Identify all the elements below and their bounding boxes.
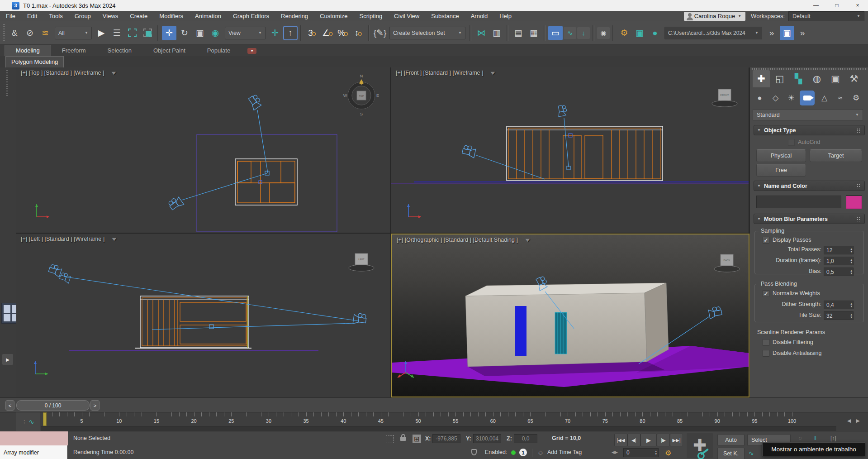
macro-recorder-field[interactable] xyxy=(0,431,68,445)
current-frame-field[interactable]: 0 ▴▾ xyxy=(623,448,659,457)
rectangular-selection-icon[interactable] xyxy=(125,26,139,40)
cameras-category[interactable] xyxy=(800,91,815,105)
named-selection-dropdown[interactable]: Create Selection Set▼ xyxy=(389,27,465,39)
tile-size-field[interactable]: 32 ▴▾ xyxy=(824,311,854,320)
viewport-front-label[interactable]: [+] [Front ] [Standard ] [Wireframe ] ▼ xyxy=(396,70,495,76)
camera-object[interactable] xyxy=(462,105,570,179)
minimize-button[interactable]: — xyxy=(806,0,826,11)
normalize-weights-checkbox[interactable]: ✓ xyxy=(763,290,769,297)
object-type-rollout[interactable]: ▼Object Type xyxy=(754,125,865,135)
select-object-icon[interactable]: ▶ xyxy=(94,26,109,40)
menu-item-tools[interactable]: Tools xyxy=(43,11,68,21)
menu-item-animation[interactable]: Animation xyxy=(189,11,227,21)
object-color-swatch[interactable] xyxy=(846,196,862,209)
camera-object[interactable] xyxy=(167,94,269,212)
next-frame-button[interactable]: |▶ xyxy=(657,434,670,446)
disable-antialiasing-checkbox[interactable] xyxy=(763,350,769,357)
auto-key-button[interactable]: Auto xyxy=(717,434,745,446)
panel-drag-handle[interactable] xyxy=(752,68,866,70)
layer-explorer-icon[interactable]: ▦ xyxy=(526,26,541,40)
modify-tab[interactable]: ◱ xyxy=(771,70,788,87)
helpers-category[interactable]: △ xyxy=(817,91,832,105)
funnel-icon[interactable]: ▼ xyxy=(524,237,531,243)
prev-frame-button[interactable]: < xyxy=(5,400,14,411)
selection-lock-icon[interactable] xyxy=(400,437,406,441)
toolbar-drag-handle[interactable] xyxy=(3,24,5,42)
percent-snap-icon[interactable]: %Ω xyxy=(336,26,350,40)
window-crossing-icon[interactable] xyxy=(140,26,155,40)
next-frame-button[interactable]: > xyxy=(90,400,100,411)
blue-door[interactable] xyxy=(515,306,526,356)
ribbon-toggle-icon[interactable]: ▭ xyxy=(548,26,563,40)
selection-region-icon[interactable] xyxy=(386,435,394,443)
menu-item-group[interactable]: Group xyxy=(69,11,97,21)
viewport-top[interactable]: [+] [Top ] [Standard ] [Wireframe ] ▼ xyxy=(16,67,391,234)
target-camera-button[interactable]: Target xyxy=(810,149,862,162)
go-to-start-button[interactable]: |◀◀ xyxy=(614,434,627,446)
create-tab[interactable]: ✚ xyxy=(753,70,770,87)
menu-item-scripting[interactable]: Scripting xyxy=(354,11,389,21)
display-tab[interactable]: ▣ xyxy=(827,70,844,87)
geometry-category[interactable]: ● xyxy=(752,91,767,105)
previous-frame-button[interactable]: ◀| xyxy=(627,434,640,446)
total-passes-field[interactable]: 12 ▴▾ xyxy=(824,246,854,254)
ribbon-tab-modeling[interactable]: Modeling xyxy=(5,45,51,56)
menu-item-edit[interactable]: Edit xyxy=(21,11,43,21)
menu-item-create[interactable]: Create xyxy=(124,11,153,21)
security-shield-icon[interactable] xyxy=(471,449,477,455)
unlink-selection-icon[interactable]: ⊘ xyxy=(23,26,37,40)
z-coordinate-field[interactable]: 0,0 xyxy=(514,434,537,443)
maxscript-mini-listener[interactable]: Array modifier xyxy=(0,445,68,459)
ribbon-tab-populate[interactable]: Populate xyxy=(196,45,241,56)
bias-field[interactable]: 0,5 ▴▾ xyxy=(824,268,854,276)
viewport-orthographic[interactable]: [+] [Orthographic ] [Standard ] [Default… xyxy=(391,234,749,397)
workspace-dropdown[interactable]: Default ▼ xyxy=(788,11,864,21)
rendered-frame-icon[interactable]: ▣ xyxy=(632,26,647,40)
ruler-pan-arrows[interactable]: ◀ ▶ xyxy=(847,418,862,424)
menu-item-rendering[interactable]: Rendering xyxy=(275,11,314,21)
close-button[interactable]: × xyxy=(847,0,868,11)
polygon-modeling-panel[interactable]: Polygon Modeling xyxy=(5,56,64,67)
viewcube[interactable]: FRONT xyxy=(712,89,737,107)
x-coordinate-field[interactable]: -976,885 xyxy=(432,434,460,443)
house-side-object[interactable] xyxy=(140,296,249,348)
playhead[interactable] xyxy=(43,412,47,426)
bind-to-space-warp-icon[interactable]: ≋ xyxy=(38,26,52,40)
viewport-top-label[interactable]: [+] [Top ] [Standard ] [Wireframe ] ▼ xyxy=(21,70,116,76)
go-to-end-button[interactable]: ▶▶| xyxy=(670,434,683,446)
mirror-icon[interactable]: ⋈ xyxy=(474,26,489,40)
free-camera-button[interactable]: Free xyxy=(756,164,806,177)
notification-badge[interactable]: 1 xyxy=(519,449,527,456)
camera-object[interactable] xyxy=(48,263,367,330)
viewport-front[interactable]: [+] [Front ] [Standard ] [Wireframe ] ▼ … xyxy=(391,67,749,234)
house-plan-object[interactable] xyxy=(235,159,297,205)
use-center-icon[interactable]: ✛ xyxy=(268,26,282,40)
dither-strength-field[interactable]: 0,4 ▴▾ xyxy=(824,301,854,309)
curve-editor-icon[interactable]: ∿ xyxy=(564,27,576,39)
glass-door[interactable] xyxy=(555,312,567,354)
play-button[interactable]: ▶ xyxy=(640,434,657,446)
autogrid-checkbox[interactable] xyxy=(788,139,795,146)
y-coordinate-field[interactable]: 3100,004 xyxy=(473,434,501,443)
menu-item-graph-editors[interactable]: Graph Editors xyxy=(227,11,275,21)
object-name-field[interactable] xyxy=(756,196,841,208)
house-elevation-object[interactable] xyxy=(507,126,663,181)
utilities-tab[interactable]: ⚒ xyxy=(845,70,863,87)
transform-typein-icon[interactable]: ⊞ xyxy=(413,435,421,443)
select-by-name-icon[interactable]: ☰ xyxy=(109,26,124,40)
spinner-snap-icon[interactable]: ↕Ω xyxy=(351,26,365,40)
align-icon[interactable]: ▥ xyxy=(489,26,504,40)
disable-filtering-checkbox[interactable] xyxy=(763,339,769,346)
scene-explorer-icon[interactable]: ▤ xyxy=(511,26,526,40)
time-slider[interactable]: 0 / 100 xyxy=(16,400,90,411)
spacewarps-category[interactable]: ≈ xyxy=(833,91,848,105)
menu-item-file[interactable]: File xyxy=(0,11,21,21)
snap-toggle-3d-icon[interactable]: 3Ω xyxy=(305,26,319,40)
toolbar-overflow-icon[interactable]: » xyxy=(764,26,779,40)
systems-category[interactable]: ⚙ xyxy=(849,91,863,105)
display-passes-checkbox[interactable]: ✓ xyxy=(763,237,769,244)
schematic-view-icon[interactable]: ↓ xyxy=(577,27,590,39)
reference-coordinate-dropdown[interactable]: View▼ xyxy=(225,27,266,39)
select-and-link-icon[interactable]: & xyxy=(7,26,22,40)
viewcube[interactable]: BACK xyxy=(714,254,740,272)
